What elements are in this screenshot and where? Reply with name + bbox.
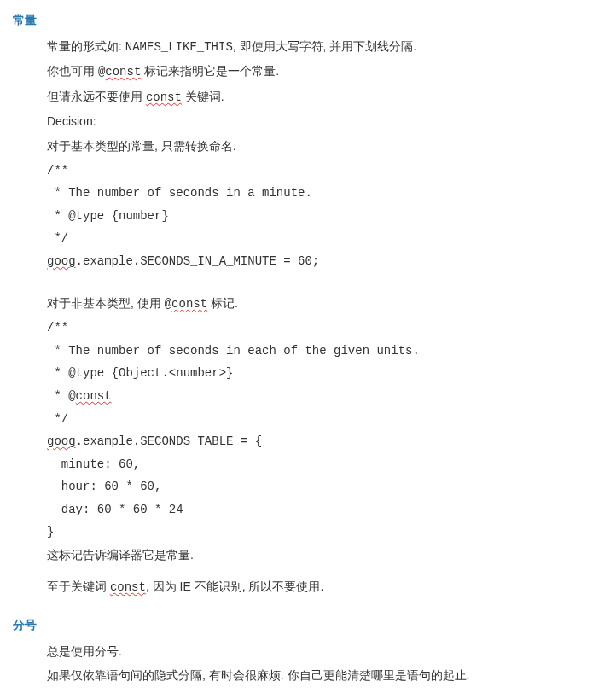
text: 常量的形式如: bbox=[47, 39, 125, 53]
code-line: /** bbox=[47, 317, 603, 340]
para-always-use-semicolon: 总是使用分号. bbox=[47, 640, 603, 663]
code-line: goog.example.SECONDS_IN_A_MINUTE = 60; bbox=[47, 250, 603, 273]
code-line: * The number of seconds in a minute. bbox=[47, 182, 603, 205]
code-inline: NAMES_LIKE_THIS bbox=[125, 40, 233, 54]
para-const-ie-not-support: 至于关键词 const, 因为 IE 不能识别, 所以不要使用. bbox=[47, 575, 603, 599]
code-line: */ bbox=[47, 408, 603, 431]
code-text: .example.SECONDS_TABLE = { bbox=[76, 434, 262, 448]
code-inline: @const bbox=[98, 65, 141, 79]
code-text: .example.SECONDS_IN_A_MINUTE = 60; bbox=[76, 254, 320, 268]
text: 标记来指明它是一个常量. bbox=[141, 64, 279, 78]
para-implicit-separation-trouble: 如果仅依靠语句间的隐式分隔, 有时会很麻烦. 你自己更能清楚哪里是语句的起止. bbox=[47, 664, 603, 687]
text: 关键词. bbox=[182, 90, 224, 103]
code-line: * The number of seconds in each of the g… bbox=[47, 340, 603, 363]
text: 对于非基本类型, 使用 bbox=[47, 296, 165, 310]
para-decision: Decision: bbox=[47, 110, 603, 133]
code-line: } bbox=[47, 521, 603, 544]
para-nonprimitive-use-at-const: 对于非基本类型, 使用 @const 标记. bbox=[47, 292, 603, 316]
const-keyword: const bbox=[105, 65, 141, 79]
goog-keyword: goog bbox=[47, 254, 76, 268]
text: 至于关键词 bbox=[47, 579, 110, 593]
para-mark-tells-compiler: 这标记告诉编译器它是常量. bbox=[47, 544, 603, 567]
const-keyword: const bbox=[110, 580, 146, 594]
code-line: /** bbox=[47, 160, 603, 183]
const-keyword: const bbox=[146, 90, 182, 104]
code-line: */ bbox=[47, 227, 603, 250]
code-line: * @type {number} bbox=[47, 205, 603, 228]
section-title-constants: 常量 bbox=[13, 9, 603, 32]
const-keyword: const bbox=[76, 389, 112, 403]
code-text: * @ bbox=[47, 389, 76, 403]
section-title-semicolon: 分号 bbox=[13, 614, 603, 637]
para-at-const-mark: 你也可用 @const 标记来指明它是一个常量. bbox=[47, 60, 603, 84]
code-line: day: 60 * 60 * 24 bbox=[47, 498, 603, 521]
para-names-like-this: 常量的形式如: NAMES_LIKE_THIS, 即使用大写字符, 并用下划线分… bbox=[47, 35, 603, 59]
goog-keyword: goog bbox=[47, 434, 76, 448]
para-primitive-constants: 对于基本类型的常量, 只需转换命名. bbox=[47, 135, 603, 158]
code-line: * @type {Object.<number>} bbox=[47, 362, 603, 385]
para-never-use-const: 但请永远不要使用 const 关键词. bbox=[47, 85, 603, 109]
at-sign: @ bbox=[165, 297, 171, 311]
text: , 因为 IE 不能识别, 所以不要使用. bbox=[146, 579, 323, 593]
code-line: * @const bbox=[47, 385, 603, 408]
const-keyword: const bbox=[171, 297, 207, 311]
code-line: minute: 60, bbox=[47, 453, 603, 476]
code-line: hour: 60 * 60, bbox=[47, 475, 603, 498]
content-constants: 常量的形式如: NAMES_LIKE_THIS, 即使用大写字符, 并用下划线分… bbox=[13, 35, 603, 599]
text: 但请永远不要使用 bbox=[47, 90, 146, 103]
text: 你也可用 bbox=[47, 64, 98, 78]
code-line: goog.example.SECONDS_TABLE = { bbox=[47, 430, 603, 453]
text: 标记. bbox=[207, 296, 238, 310]
content-semicolon: 总是使用分号. 如果仅依靠语句间的隐式分隔, 有时会很麻烦. 你自己更能清楚哪里… bbox=[13, 640, 603, 687]
code-inline: @const bbox=[165, 297, 207, 311]
text: , 即使用大写字符, 并用下划线分隔. bbox=[233, 39, 416, 53]
